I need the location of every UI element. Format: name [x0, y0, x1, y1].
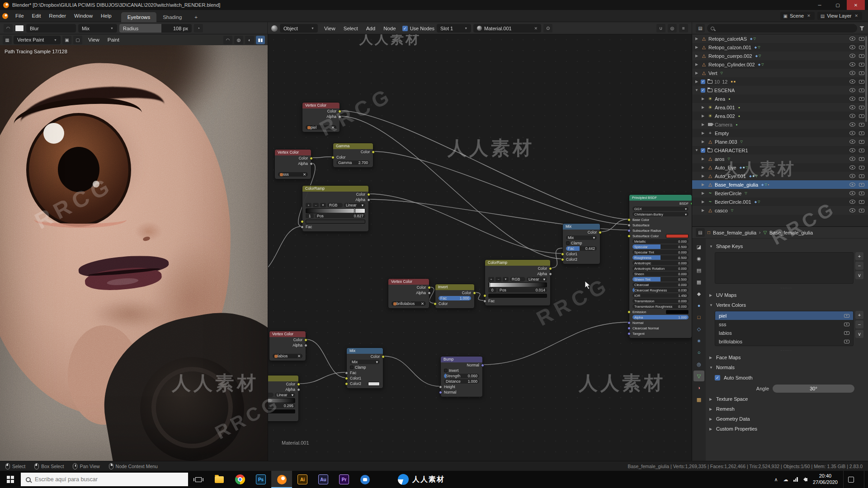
hide-viewport-icon[interactable] [849, 183, 855, 187]
expand-icon[interactable]: ▶ [700, 174, 706, 178]
expand-icon[interactable]: ▶ [700, 131, 706, 135]
node-invert[interactable]: InvertColorFac1.000Color [435, 284, 475, 309]
position-slider[interactable]: Pos0.014 [498, 288, 547, 292]
colorramp-gradient[interactable] [306, 208, 365, 213]
outliner-item-10[interactable]: ▶✓1012■■ [692, 77, 868, 86]
value-slider-strength[interactable]: Strength0.060 [444, 374, 479, 378]
node-header-mix2[interactable]: Mix [347, 348, 383, 354]
menu-edit[interactable]: Edit [28, 11, 45, 20]
input-socket-color1[interactable] [561, 253, 564, 256]
color-swatch[interactable] [368, 382, 380, 386]
outliner-item-beziercircle[interactable]: ▶~BezierCircle▽ [692, 189, 868, 197]
output-socket-alpha[interactable] [310, 162, 313, 165]
overlays-icon[interactable]: ◎ [668, 24, 677, 33]
hide-viewport-icon[interactable] [849, 105, 855, 109]
node-wire[interactable] [340, 111, 629, 219]
app-chat[interactable] [354, 471, 375, 488]
node-vc-piel[interactable]: Vertex ColorColorAlphapiel✕ [302, 102, 340, 132]
hide-render-icon[interactable] [859, 37, 864, 41]
node-wire[interactable] [340, 116, 562, 259]
dropdown-mix[interactable]: Mix▾ [566, 235, 597, 240]
output-socket-normal[interactable] [481, 364, 484, 367]
remove-stop-button[interactable]: − [495, 277, 501, 282]
hide-viewport-icon[interactable] [849, 148, 855, 152]
editor-options-icon[interactable]: ≡ [679, 24, 688, 33]
output-socket-color[interactable] [382, 355, 385, 358]
expand-icon[interactable]: ▶ [700, 97, 706, 101]
dropdown-mix[interactable]: Mix▾ [350, 360, 380, 364]
output-socket-alpha[interactable] [428, 291, 431, 295]
node-mix1[interactable]: MixColorMix▾ClampFac0.442Color1Color2 [562, 223, 600, 264]
hide-render-icon[interactable] [859, 174, 864, 178]
paint-mask-icon[interactable]: ▣ [62, 36, 71, 44]
node-header-ramp1[interactable]: ColorRamp [302, 186, 368, 192]
input-socket-emission[interactable] [627, 310, 631, 314]
expand-icon[interactable]: ▶ [700, 208, 706, 212]
unlink-material-icon[interactable]: ✕ [534, 26, 538, 31]
color-mode-dropdown[interactable]: RGB [268, 393, 274, 397]
minimize-button[interactable]: ─ [811, 0, 829, 10]
brush-name-field[interactable]: Blur [26, 24, 76, 33]
action-center-button[interactable] [843, 471, 859, 488]
properties-tab-tool[interactable]: ◪ [693, 241, 704, 252]
properties-tab-scene[interactable]: ◆ [693, 288, 704, 299]
name-field-sss[interactable]: sss✕ [278, 172, 308, 177]
outliner-item-casco[interactable]: ▶△casco▽ [692, 206, 868, 215]
hide-viewport-icon[interactable] [849, 174, 855, 178]
outliner-item-area-002[interactable]: ▶☀Area.002● [692, 112, 868, 120]
outliner-item-beziercircle-001[interactable]: ▶~BezierCircle.001◆▽ [692, 197, 868, 206]
outliner-item-escena[interactable]: ▼✓ESCENA [692, 86, 868, 94]
hide-render-icon[interactable] [859, 106, 864, 109]
vertex-mask-icon[interactable]: ▢ [73, 36, 82, 44]
hide-viewport-icon[interactable] [849, 140, 855, 144]
node-header-vc-piel[interactable]: Vertex Color [302, 103, 340, 108]
input-socket-height[interactable] [439, 385, 442, 389]
volume-icon[interactable] [803, 477, 807, 482]
colorramp-gradient[interactable] [488, 282, 547, 287]
node-menu-node[interactable]: Node [379, 24, 400, 33]
input-socket-fac[interactable] [345, 371, 348, 375]
node-header-bump[interactable]: Bump [441, 357, 482, 362]
collection-checkbox[interactable]: ✓ [701, 88, 705, 93]
pressure-sensitivity-icon[interactable]: ◔ [194, 24, 203, 33]
specials-menu-button[interactable]: ∨ [855, 330, 863, 338]
taskbar-clock[interactable]: 20:40 27/06/2020 [813, 473, 838, 486]
expand-icon[interactable]: ▶ [700, 114, 706, 118]
matcap-sphere-icon[interactable]: ◍ [234, 36, 243, 44]
breadcrumb-object-name[interactable]: Base_female_giulia [713, 230, 756, 235]
outliner-item-retopo-cuerpo-002[interactable]: ▶△Retopo_cuerpo.002◆▽ [692, 52, 868, 60]
position-slider[interactable]: Pos0.295 [268, 404, 295, 408]
position-slider[interactable]: Pos0.827 [315, 214, 365, 218]
output-socket-color[interactable] [473, 291, 476, 295]
vertex-color-sss[interactable]: sss [715, 320, 853, 328]
outliner-item-empty[interactable]: ▶+Empty [692, 129, 868, 137]
start-button[interactable] [0, 471, 21, 488]
hide-render-icon[interactable] [859, 209, 864, 212]
expand-icon[interactable]: ▶ [700, 200, 706, 204]
checkbox-invert[interactable] [444, 369, 448, 372]
outliner-scrollbar[interactable] [865, 36, 867, 122]
value-slider-gamma[interactable]: Gamma2.700 [336, 160, 370, 165]
viewport-menu-view[interactable]: View [84, 35, 104, 44]
outliner-item-character1[interactable]: ▼✓CHARACTER1 [692, 146, 868, 155]
hide-viewport-icon[interactable] [849, 71, 855, 75]
color-swatch-subsurface-color[interactable] [666, 234, 689, 238]
value-slider-distance[interactable]: Distance1.000 [444, 379, 479, 384]
output-socket-color[interactable] [297, 383, 300, 386]
value-slider-metallic[interactable]: Metallic0.000 [632, 239, 689, 244]
mode-dropdown[interactable]: Vertex Paint ▼ [14, 36, 61, 44]
node-header-gamma[interactable]: Gamma [333, 143, 373, 149]
remove-button[interactable]: − [855, 262, 863, 270]
maximize-button[interactable]: ▢ [829, 0, 847, 10]
interpolation-dropdown[interactable]: Linear▾ [527, 277, 547, 282]
material-name-field[interactable]: Material.001 ✕ [473, 24, 541, 33]
section-uv-maps[interactable]: ▶UV Maps [709, 290, 863, 300]
expand-icon[interactable]: ▶ [700, 105, 706, 109]
expand-icon[interactable]: ▶ [700, 183, 706, 187]
value-slider-sheen[interactable]: Sheen0.000 [632, 272, 689, 276]
collapse-icon[interactable]: ▼ [694, 88, 699, 92]
hide-render-icon[interactable] [859, 192, 864, 195]
name-field-brillolabios[interactable]: brillolabios✕ [392, 301, 426, 306]
shading-mode-icons[interactable]: ◐ [245, 36, 254, 44]
vertex-color-labios[interactable]: labios [715, 328, 853, 337]
